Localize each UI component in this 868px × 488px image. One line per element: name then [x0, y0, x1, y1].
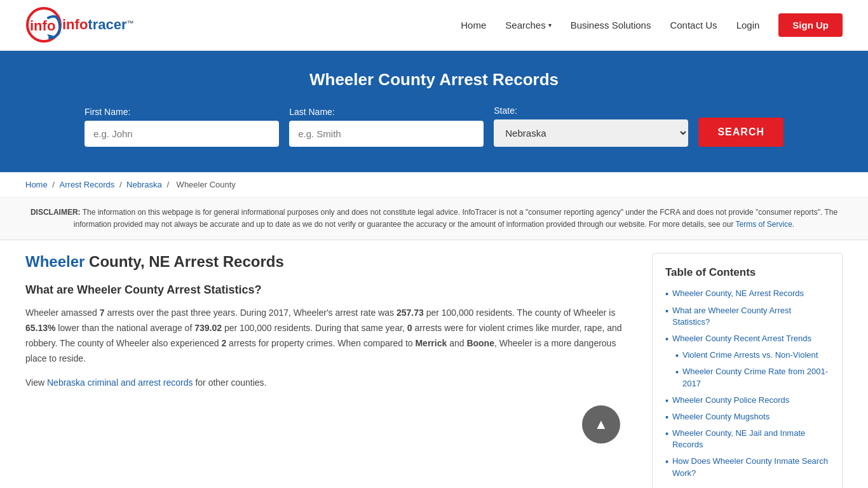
- state-label: State:: [494, 105, 688, 116]
- breadcrumb-wheeler-county: Wheeler County: [177, 180, 236, 189]
- scroll-top-button[interactable]: ▲: [582, 405, 620, 444]
- article-title: Wheeler County, NE Arrest Records: [25, 253, 633, 271]
- toc-item-0[interactable]: Wheeler County, NE Arrest Records: [672, 288, 804, 299]
- toc-item-5[interactable]: Wheeler County Police Records: [672, 395, 789, 406]
- scroll-top-area: ▲: [25, 399, 633, 444]
- toc-item-7[interactable]: Wheeler County, NE Jail and Inmate Recor…: [672, 428, 829, 451]
- breadcrumb-sep3: /: [166, 180, 171, 189]
- state-select[interactable]: Nebraska Alabama Alaska Arizona Californ…: [494, 119, 688, 147]
- breadcrumb-nebraska[interactable]: Nebraska: [126, 180, 162, 189]
- logo-icon: info: [25, 6, 62, 43]
- breadcrumb-sep1: /: [52, 180, 57, 189]
- logo-tracer-text: tracer: [88, 17, 126, 32]
- svg-text:info: info: [30, 18, 55, 34]
- article-title-highlight: Wheeler: [25, 253, 85, 270]
- breadcrumb-sep2: /: [119, 180, 124, 189]
- section1-paragraph1: Wheeler amassed 7 arrests over the past …: [25, 306, 633, 366]
- breadcrumb-arrest-records[interactable]: Arrest Records: [60, 180, 115, 189]
- search-button[interactable]: SEARCH: [698, 118, 783, 147]
- disclaimer-bar: DISCLAIMER: The information on this webp…: [0, 198, 868, 240]
- article-title-rest: County, NE Arrest Records: [85, 253, 283, 270]
- breadcrumb-home[interactable]: Home: [25, 180, 48, 189]
- nav-home[interactable]: Home: [461, 20, 486, 30]
- arrow-up-icon: ▲: [594, 416, 608, 433]
- main-content: Wheeler County, NE Arrest Records What a…: [0, 240, 868, 488]
- arrests-count: 7: [100, 308, 105, 318]
- site-header: info infotracer™ Home Searches ▾ Busines…: [0, 0, 868, 51]
- nav-business[interactable]: Business Solutions: [571, 20, 651, 30]
- sidebar: Table of Contents Wheeler County, NE Arr…: [652, 253, 843, 488]
- logo-info-text: info: [62, 17, 88, 32]
- last-name-label: Last Name:: [289, 107, 484, 117]
- login-button[interactable]: Login: [736, 20, 760, 30]
- last-name-group: Last Name:: [289, 107, 484, 147]
- last-name-input[interactable]: [289, 121, 484, 147]
- state-group: State: Nebraska Alabama Alaska Arizona C…: [494, 105, 688, 147]
- first-name-label: First Name:: [85, 107, 279, 117]
- rate1: 257.73: [397, 308, 424, 318]
- nav-searches[interactable]: Searches ▾: [505, 20, 551, 30]
- first-name-input[interactable]: [85, 121, 279, 147]
- toc-heading: Table of Contents: [665, 266, 829, 279]
- toc-item-4[interactable]: Wheeler County Crime Rate from 2001-2017: [682, 366, 829, 389]
- pct: 65.13%: [25, 323, 55, 333]
- toc-item-3[interactable]: Violent Crime Arrests vs. Non-Violent: [682, 349, 818, 361]
- logo-tm: ™: [126, 19, 133, 27]
- toc-item-2[interactable]: Wheeler County Recent Arrest Trends: [672, 333, 811, 344]
- view-records-paragraph: View Nebraska criminal and arrest record…: [25, 376, 633, 391]
- hero-section: Wheeler County Arrest Records First Name…: [0, 51, 868, 172]
- disclaimer-label: DISCLAIMER:: [31, 208, 81, 217]
- toc-list: Wheeler County, NE Arrest RecordsWhat ar…: [665, 288, 829, 478]
- article: Wheeler County, NE Arrest Records What a…: [25, 253, 652, 488]
- search-form: First Name: Last Name: State: Nebraska A…: [85, 105, 783, 147]
- main-nav: Home Searches ▾ Business Solutions Conta…: [461, 13, 843, 37]
- section1-heading: What are Wheeler County Arrest Statistic…: [25, 283, 633, 297]
- toc-item-1[interactable]: What are Wheeler County Arrest Statistic…: [672, 305, 829, 328]
- breadcrumb: Home / Arrest Records / Nebraska / Wheel…: [0, 172, 868, 198]
- chevron-down-icon: ▾: [548, 22, 552, 29]
- signup-button[interactable]: Sign Up: [778, 13, 843, 37]
- terms-link[interactable]: Terms of Service: [736, 220, 792, 229]
- logo[interactable]: info infotracer™: [25, 6, 133, 43]
- nav-contact[interactable]: Contact Us: [670, 20, 717, 30]
- page-title: Wheeler County Arrest Records: [25, 70, 843, 90]
- merrick-link: Merrick: [415, 338, 447, 348]
- boone-link: Boone: [466, 338, 494, 348]
- toc-box: Table of Contents Wheeler County, NE Arr…: [652, 253, 843, 488]
- first-name-group: First Name:: [85, 107, 279, 147]
- rate2: 739.02: [194, 323, 222, 333]
- nebraska-records-link[interactable]: Nebraska criminal and arrest records: [47, 377, 193, 388]
- toc-item-8[interactable]: How Does Wheeler County Inmate Search Wo…: [672, 456, 829, 478]
- disclaimer-text: The information on this webpage is for g…: [74, 208, 837, 229]
- toc-item-6[interactable]: Wheeler County Mugshots: [672, 411, 770, 423]
- zero: 0: [407, 323, 412, 333]
